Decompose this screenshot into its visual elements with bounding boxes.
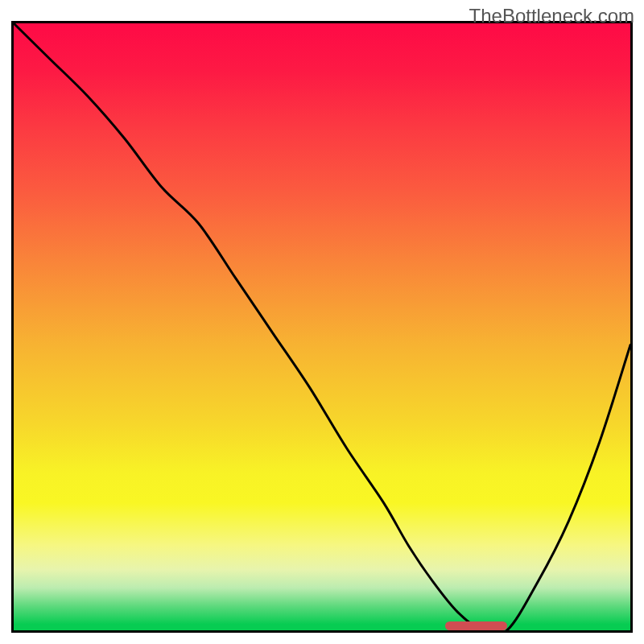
watermark-text: TheBottleneck.com <box>469 5 634 27</box>
bottleneck-curve <box>14 23 630 630</box>
chart-container: TheBottleneck.com <box>0 0 644 644</box>
plot-area <box>11 21 633 633</box>
optimal-range-marker <box>445 621 507 630</box>
curve-path <box>14 23 630 630</box>
